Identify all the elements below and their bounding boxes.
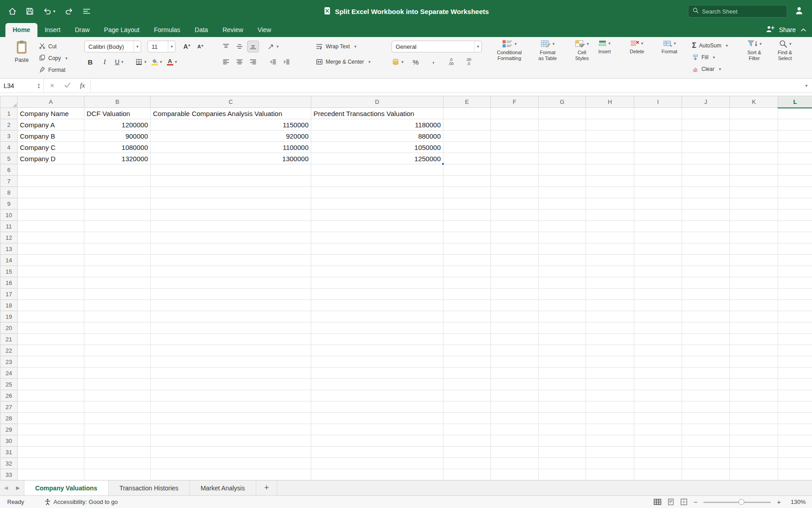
undo-button[interactable]: ▾ (43, 7, 55, 15)
cell-F24[interactable] (491, 368, 539, 379)
cell-I11[interactable] (634, 221, 682, 232)
fill-color-button[interactable]: ▾ (151, 56, 163, 68)
cell-I24[interactable] (634, 368, 682, 379)
cell-G33[interactable] (539, 469, 586, 480)
cell-B16[interactable] (84, 277, 151, 289)
cell-C1[interactable]: Comparable Companies Analysis Valuation (151, 108, 311, 119)
cell-C6[interactable] (151, 164, 311, 176)
cell-J22[interactable] (682, 345, 730, 356)
cell-G20[interactable] (539, 322, 586, 334)
stepper-down-icon[interactable]: ▾ (38, 86, 40, 89)
column-header-D[interactable]: D (311, 96, 443, 108)
cell-H29[interactable] (586, 424, 634, 435)
formula-bar-expand-icon[interactable]: ▾ (801, 83, 812, 88)
cell-I26[interactable] (634, 390, 682, 401)
cell-A31[interactable] (18, 447, 84, 458)
cell-K29[interactable] (730, 424, 778, 435)
cell-E11[interactable] (443, 221, 491, 232)
cell-J13[interactable] (682, 243, 730, 255)
column-header-H[interactable]: H (586, 96, 634, 108)
cell-L21[interactable] (778, 334, 812, 345)
fill-button[interactable]: Fill ▾ (692, 51, 728, 63)
cell-K10[interactable] (730, 210, 778, 221)
cell-A9[interactable] (18, 198, 84, 210)
cell-E4[interactable] (443, 142, 491, 153)
cell-J14[interactable] (682, 255, 730, 266)
row-header-5[interactable]: 5 (0, 153, 18, 164)
cell-J19[interactable] (682, 311, 730, 322)
row-header-23[interactable]: 23 (0, 356, 18, 368)
cell-A14[interactable] (18, 255, 84, 266)
cell-C8[interactable] (151, 187, 311, 198)
cell-D5[interactable]: 1250000 (311, 153, 443, 164)
cell-G29[interactable] (539, 424, 586, 435)
save-icon[interactable] (26, 7, 34, 15)
cell-B23[interactable] (84, 356, 151, 368)
cell-G2[interactable] (539, 119, 586, 130)
search-sheet-input[interactable]: Search Sheet (688, 5, 787, 18)
cell-J5[interactable] (682, 153, 730, 164)
share-button[interactable]: Share (779, 26, 796, 33)
cell-F16[interactable] (491, 277, 539, 289)
cell-L10[interactable] (778, 210, 812, 221)
insert-function-button[interactable]: fx (74, 82, 90, 89)
cell-F31[interactable] (491, 447, 539, 458)
cell-L31[interactable] (778, 447, 812, 458)
cell-B2[interactable]: 1200000 (84, 119, 151, 130)
cell-E25[interactable] (443, 379, 491, 390)
cell-J15[interactable] (682, 266, 730, 277)
cell-E7[interactable] (443, 176, 491, 187)
cell-E28[interactable] (443, 413, 491, 424)
cell-B21[interactable] (84, 334, 151, 345)
row-header-21[interactable]: 21 (0, 334, 18, 345)
cell-I13[interactable] (634, 243, 682, 255)
cell-K30[interactable] (730, 435, 778, 447)
cell-H3[interactable] (586, 130, 634, 142)
cell-K31[interactable] (730, 447, 778, 458)
cell-F29[interactable] (491, 424, 539, 435)
cell-A8[interactable] (18, 187, 84, 198)
cell-A22[interactable] (18, 345, 84, 356)
cell-C31[interactable] (151, 447, 311, 458)
cell-I16[interactable] (634, 277, 682, 289)
cell-B11[interactable] (84, 221, 151, 232)
row-header-29[interactable]: 29 (0, 424, 18, 435)
cell-J25[interactable] (682, 379, 730, 390)
cell-D29[interactable] (311, 424, 443, 435)
cell-B3[interactable]: 900000 (84, 130, 151, 142)
cell-L19[interactable] (778, 311, 812, 322)
cell-G32[interactable] (539, 458, 586, 469)
cell-J17[interactable] (682, 289, 730, 300)
cell-E1[interactable] (443, 108, 491, 119)
currency-format-button[interactable]: ▾ (392, 56, 404, 68)
cell-I23[interactable] (634, 356, 682, 368)
format-painter-button[interactable]: Format (39, 64, 68, 76)
merge-center-button[interactable]: Merge & Center ▾ (316, 56, 370, 68)
cell-A11[interactable] (18, 221, 84, 232)
cell-K1[interactable] (730, 108, 778, 119)
cell-A10[interactable] (18, 210, 84, 221)
cell-J33[interactable] (682, 469, 730, 480)
cell-J30[interactable] (682, 435, 730, 447)
cell-I15[interactable] (634, 266, 682, 277)
cell-F5[interactable] (491, 153, 539, 164)
row-header-22[interactable]: 22 (0, 345, 18, 356)
comma-format-button[interactable]: , (428, 56, 439, 68)
cell-G6[interactable] (539, 164, 586, 176)
find-select-button[interactable]: ▾ Find &Select (772, 39, 798, 61)
zoom-slider-knob[interactable] (738, 499, 744, 505)
cell-H18[interactable] (586, 300, 634, 311)
cell-A5[interactable]: Company D (18, 153, 84, 164)
column-header-A[interactable]: A (18, 96, 84, 108)
cell-C25[interactable] (151, 379, 311, 390)
cell-C30[interactable] (151, 435, 311, 447)
cell-I31[interactable] (634, 447, 682, 458)
cell-L8[interactable] (778, 187, 812, 198)
cell-K27[interactable] (730, 401, 778, 413)
cell-G12[interactable] (539, 232, 586, 243)
cell-K25[interactable] (730, 379, 778, 390)
row-header-8[interactable]: 8 (0, 187, 18, 198)
cell-H19[interactable] (586, 311, 634, 322)
sheet-tab-transaction-histories[interactable]: Transaction Histories (109, 480, 190, 495)
cell-F1[interactable] (491, 108, 539, 119)
